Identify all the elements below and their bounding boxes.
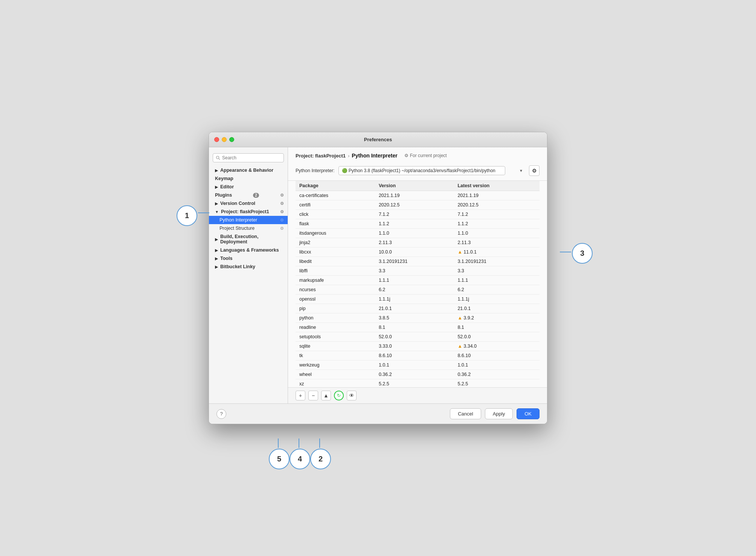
- ok-button[interactable]: OK: [517, 408, 540, 419]
- package-version: 3.3: [375, 266, 454, 276]
- table-row: itsdangerous1.1.01.1.0: [296, 229, 540, 238]
- preferences-window: Preferences ▶ Appearance & Behavior Keym…: [209, 132, 547, 424]
- table-row: pip21.0.121.0.1: [296, 304, 540, 313]
- table-row: xz5.2.55.2.5: [296, 379, 540, 388]
- package-name: readline: [296, 323, 375, 332]
- for-current-project: ⚙ For current project: [404, 153, 447, 158]
- arrow-icon: ▼: [215, 210, 219, 214]
- package-name: flask: [296, 219, 375, 229]
- table-row: python3.8.5▲ 3.9.2: [296, 313, 540, 323]
- sidebar-item-project[interactable]: ▼ Project: flaskProject1 ⚙: [209, 208, 288, 216]
- sidebar-item-build[interactable]: ▶ Build, Execution, Deployment: [209, 232, 288, 246]
- traffic-lights: [214, 137, 234, 142]
- minimize-button[interactable]: [222, 137, 227, 142]
- annotation-line-4: [299, 438, 299, 448]
- package-latest: 52.0.0: [454, 332, 540, 342]
- package-name: markupsafe: [296, 276, 375, 285]
- table-row: certifi2020.12.52020.12.5: [296, 200, 540, 210]
- arrow-icon: ▶: [215, 202, 218, 206]
- interpreter-row: Python Interpreter: 🟢 Python 3.8 (flaskP…: [296, 162, 540, 180]
- breadcrumb: Project: flaskProject1 › Python Interpre…: [296, 153, 540, 159]
- package-latest: 2021.1.19: [454, 191, 540, 200]
- gear-small-icon: ⚙: [404, 153, 408, 158]
- arrow-icon: ▶: [215, 168, 218, 173]
- package-version: 2.11.3: [375, 238, 454, 247]
- package-version: 1.1.2: [375, 219, 454, 229]
- show-paths-button[interactable]: 👁: [347, 391, 357, 400]
- annotation-1: 1: [177, 205, 197, 226]
- package-name: certifi: [296, 200, 375, 210]
- table-row: sqlite3.33.0▲ 3.34.0: [296, 342, 540, 351]
- interpreter-settings-button[interactable]: ⚙: [529, 165, 540, 176]
- package-latest: ▲ 3.9.2: [454, 313, 540, 323]
- refresh-packages-button[interactable]: ↻: [334, 391, 344, 400]
- main-content: ▶ Appearance & Behavior Keymap ▶ Editor …: [209, 147, 547, 403]
- sidebar-item-python-interpreter[interactable]: Python Interpreter ⚙: [209, 216, 288, 224]
- table-row: jinja22.11.32.11.3: [296, 238, 540, 247]
- upgrade-package-button[interactable]: ▲: [321, 391, 331, 400]
- sidebar-item-project-structure[interactable]: Project Structure ⚙: [209, 224, 288, 232]
- sidebar-item-keymap[interactable]: Keymap: [209, 174, 288, 183]
- package-name: openssl: [296, 295, 375, 304]
- package-latest: 6.2: [454, 285, 540, 295]
- package-version: 3.8.5: [375, 313, 454, 323]
- package-latest: ▲ 3.34.0: [454, 342, 540, 351]
- search-input[interactable]: [213, 153, 284, 162]
- remove-package-button[interactable]: −: [308, 391, 318, 400]
- annotation-line-2: [319, 438, 320, 448]
- sidebar-item-editor[interactable]: ▶ Editor: [209, 183, 288, 191]
- package-version: 1.1.0: [375, 229, 454, 238]
- table-row: readline8.18.1: [296, 323, 540, 332]
- settings-icon: ⚙: [280, 193, 284, 198]
- package-latest: 1.0.1: [454, 360, 540, 370]
- table-row: werkzeug1.0.11.0.1: [296, 360, 540, 370]
- package-latest: 1.1.2: [454, 219, 540, 229]
- package-name: python: [296, 313, 375, 323]
- table-row: ncurses6.26.2: [296, 285, 540, 295]
- sidebar: ▶ Appearance & Behavior Keymap ▶ Editor …: [209, 147, 288, 403]
- table-row: libffi3.33.3: [296, 266, 540, 276]
- window-title: Preferences: [364, 137, 392, 142]
- cancel-button[interactable]: Cancel: [450, 408, 481, 419]
- package-name: tk: [296, 351, 375, 360]
- table-row: ca-certificates2021.1.192021.1.19: [296, 191, 540, 200]
- package-latest: 1.1.0: [454, 229, 540, 238]
- add-package-button[interactable]: +: [296, 391, 305, 400]
- table-row: setuptools52.0.052.0.0: [296, 332, 540, 342]
- table-row: libcxx10.0.0▲ 11.0.1: [296, 247, 540, 257]
- maximize-button[interactable]: [229, 137, 234, 142]
- col-version: Version: [375, 181, 454, 191]
- package-name: ncurses: [296, 285, 375, 295]
- col-package: Package: [296, 181, 375, 191]
- help-button[interactable]: ?: [216, 409, 226, 419]
- sidebar-item-appearance[interactable]: ▶ Appearance & Behavior: [209, 166, 288, 174]
- sidebar-item-plugins[interactable]: Plugins 2 ⚙: [209, 191, 288, 199]
- package-version: 1.0.1: [375, 360, 454, 370]
- sidebar-item-languages[interactable]: ▶ Languages & Frameworks: [209, 246, 288, 254]
- sidebar-item-bitbucket[interactable]: ▶ Bitbucket Linky: [209, 263, 288, 271]
- arrow-icon: ▶: [215, 185, 218, 189]
- bottom-left: ?: [216, 409, 226, 419]
- package-version: 7.1.2: [375, 210, 454, 219]
- sidebar-item-tools[interactable]: ▶ Tools: [209, 254, 288, 263]
- sidebar-item-vcs[interactable]: ▶ Version Control ⚙: [209, 199, 288, 208]
- package-name: setuptools: [296, 332, 375, 342]
- interpreter-select[interactable]: 🟢 Python 3.8 (flaskProject1) ~/opt/anaco…: [338, 166, 505, 175]
- package-latest: 2.11.3: [454, 238, 540, 247]
- packages-list: Package Version Latest version ca-certif…: [296, 181, 540, 387]
- table-row: wheel0.36.20.36.2: [296, 370, 540, 379]
- package-version: 21.0.1: [375, 304, 454, 313]
- package-version: 52.0.0: [375, 332, 454, 342]
- package-version: 8.1: [375, 323, 454, 332]
- package-latest: 1.1.1j: [454, 295, 540, 304]
- package-version: 0.36.2: [375, 370, 454, 379]
- package-version: 8.6.10: [375, 351, 454, 360]
- right-panel: Project: flaskProject1 › Python Interpre…: [288, 147, 547, 403]
- package-name: libffi: [296, 266, 375, 276]
- toolbar: + − ▲ ↻ 👁: [288, 387, 547, 403]
- apply-button[interactable]: Apply: [485, 408, 513, 419]
- interpreter-label: Python Interpreter:: [296, 168, 335, 173]
- table-row: flask1.1.21.1.2: [296, 219, 540, 229]
- close-button[interactable]: [214, 137, 219, 142]
- package-latest: 7.1.2: [454, 210, 540, 219]
